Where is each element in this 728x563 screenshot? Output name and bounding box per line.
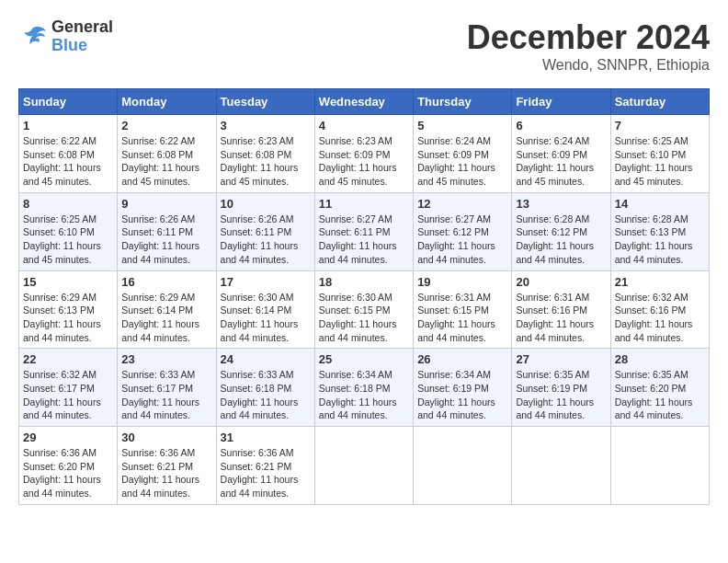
- day-info: Sunrise: 6:36 AMSunset: 6:21 PMDaylight:…: [121, 446, 211, 500]
- day-number: 8: [23, 197, 113, 211]
- day-info: Sunrise: 6:33 AMSunset: 6:18 PMDaylight:…: [221, 368, 311, 422]
- day-info: Sunrise: 6:31 AMSunset: 6:15 PMDaylight:…: [417, 291, 507, 345]
- page-header: General Blue December 2024 Wendo, SNNPR,…: [18, 18, 710, 74]
- day-info: Sunrise: 6:28 AMSunset: 6:13 PMDaylight:…: [615, 213, 705, 267]
- day-info: Sunrise: 6:27 AMSunset: 6:12 PMDaylight:…: [417, 213, 507, 267]
- day-info: Sunrise: 6:34 AMSunset: 6:18 PMDaylight:…: [319, 368, 409, 422]
- day-number: 26: [417, 352, 507, 366]
- calendar-header-row: SundayMondayTuesdayWednesdayThursdayFrid…: [19, 89, 710, 115]
- calendar-cell: 30Sunrise: 6:36 AMSunset: 6:21 PMDayligh…: [118, 427, 216, 505]
- day-info: Sunrise: 6:28 AMSunset: 6:12 PMDaylight:…: [516, 213, 606, 267]
- calendar-cell: 7Sunrise: 6:25 AMSunset: 6:10 PMDaylight…: [610, 115, 709, 193]
- calendar-cell: 10Sunrise: 6:26 AMSunset: 6:11 PMDayligh…: [216, 192, 314, 270]
- calendar-cell: 17Sunrise: 6:30 AMSunset: 6:14 PMDayligh…: [216, 270, 314, 349]
- calendar-cell: 31Sunrise: 6:36 AMSunset: 6:21 PMDayligh…: [216, 427, 314, 505]
- header-thursday: Thursday: [414, 89, 512, 115]
- day-info: Sunrise: 6:24 AMSunset: 6:09 PMDaylight:…: [516, 134, 606, 189]
- month-title: December 2024: [467, 18, 710, 57]
- day-number: 10: [221, 197, 311, 211]
- day-number: 17: [221, 275, 311, 289]
- day-info: Sunrise: 6:36 AMSunset: 6:20 PMDaylight:…: [23, 446, 113, 500]
- calendar-cell: 11Sunrise: 6:27 AMSunset: 6:11 PMDayligh…: [314, 192, 413, 270]
- header-wednesday: Wednesday: [314, 89, 413, 115]
- day-number: 12: [417, 197, 507, 211]
- day-number: 6: [516, 119, 606, 132]
- calendar-cell: 12Sunrise: 6:27 AMSunset: 6:12 PMDayligh…: [414, 192, 512, 270]
- day-number: 31: [221, 431, 311, 444]
- day-number: 9: [121, 197, 211, 211]
- calendar-cell: 26Sunrise: 6:34 AMSunset: 6:19 PMDayligh…: [414, 349, 512, 427]
- day-info: Sunrise: 6:23 AMSunset: 6:08 PMDaylight:…: [221, 134, 311, 189]
- day-number: 14: [615, 197, 705, 211]
- calendar-cell: 22Sunrise: 6:32 AMSunset: 6:17 PMDayligh…: [19, 349, 118, 427]
- day-info: Sunrise: 6:25 AMSunset: 6:10 PMDaylight:…: [615, 134, 705, 189]
- day-number: 21: [615, 275, 705, 289]
- day-number: 3: [221, 119, 311, 132]
- calendar-cell: [610, 427, 709, 505]
- day-info: Sunrise: 6:34 AMSunset: 6:19 PMDaylight:…: [417, 368, 507, 422]
- day-number: 28: [615, 352, 705, 366]
- calendar-cell: 24Sunrise: 6:33 AMSunset: 6:18 PMDayligh…: [216, 349, 314, 427]
- day-info: Sunrise: 6:26 AMSunset: 6:11 PMDaylight:…: [121, 213, 211, 267]
- day-number: 24: [221, 352, 311, 366]
- day-number: 5: [417, 119, 507, 132]
- day-number: 19: [417, 275, 507, 289]
- day-number: 4: [319, 119, 409, 132]
- header-friday: Friday: [512, 89, 610, 115]
- header-tuesday: Tuesday: [216, 89, 314, 115]
- logo-bird-icon: [18, 24, 48, 50]
- calendar-week-row: 22Sunrise: 6:32 AMSunset: 6:17 PMDayligh…: [19, 349, 710, 427]
- day-number: 29: [23, 431, 113, 444]
- calendar-cell: [512, 427, 610, 505]
- calendar-cell: 15Sunrise: 6:29 AMSunset: 6:13 PMDayligh…: [19, 270, 118, 349]
- day-info: Sunrise: 6:23 AMSunset: 6:09 PMDaylight:…: [319, 134, 409, 189]
- day-number: 27: [516, 352, 606, 366]
- day-number: 20: [516, 275, 606, 289]
- day-info: Sunrise: 6:22 AMSunset: 6:08 PMDaylight:…: [23, 134, 113, 189]
- calendar-cell: 4Sunrise: 6:23 AMSunset: 6:09 PMDaylight…: [314, 115, 413, 193]
- day-info: Sunrise: 6:30 AMSunset: 6:14 PMDaylight:…: [221, 291, 311, 345]
- location: Wendo, SNNPR, Ethiopia: [467, 57, 710, 74]
- calendar-cell: 3Sunrise: 6:23 AMSunset: 6:08 PMDaylight…: [216, 115, 314, 193]
- day-number: 2: [121, 119, 211, 132]
- day-number: 30: [121, 431, 211, 444]
- day-info: Sunrise: 6:32 AMSunset: 6:17 PMDaylight:…: [23, 368, 113, 422]
- day-info: Sunrise: 6:24 AMSunset: 6:09 PMDaylight:…: [417, 134, 507, 189]
- calendar-cell: 25Sunrise: 6:34 AMSunset: 6:18 PMDayligh…: [314, 349, 413, 427]
- calendar-cell: [314, 427, 413, 505]
- calendar-cell: 23Sunrise: 6:33 AMSunset: 6:17 PMDayligh…: [118, 349, 216, 427]
- day-number: 16: [121, 275, 211, 289]
- day-number: 7: [615, 119, 705, 132]
- calendar-cell: 16Sunrise: 6:29 AMSunset: 6:14 PMDayligh…: [118, 270, 216, 349]
- calendar-table: SundayMondayTuesdayWednesdayThursdayFrid…: [18, 88, 710, 505]
- calendar-cell: 27Sunrise: 6:35 AMSunset: 6:19 PMDayligh…: [512, 349, 610, 427]
- day-number: 22: [23, 352, 113, 366]
- day-info: Sunrise: 6:22 AMSunset: 6:08 PMDaylight:…: [121, 134, 211, 189]
- calendar-week-row: 15Sunrise: 6:29 AMSunset: 6:13 PMDayligh…: [19, 270, 710, 349]
- header-monday: Monday: [118, 89, 216, 115]
- logo-text: General Blue: [51, 18, 113, 55]
- day-info: Sunrise: 6:36 AMSunset: 6:21 PMDaylight:…: [221, 446, 311, 500]
- calendar-cell: [414, 427, 512, 505]
- day-info: Sunrise: 6:29 AMSunset: 6:14 PMDaylight:…: [121, 291, 211, 345]
- day-info: Sunrise: 6:35 AMSunset: 6:19 PMDaylight:…: [516, 368, 606, 422]
- calendar-week-row: 29Sunrise: 6:36 AMSunset: 6:20 PMDayligh…: [19, 427, 710, 505]
- day-info: Sunrise: 6:30 AMSunset: 6:15 PMDaylight:…: [319, 291, 409, 345]
- calendar-cell: 6Sunrise: 6:24 AMSunset: 6:09 PMDaylight…: [512, 115, 610, 193]
- calendar-cell: 9Sunrise: 6:26 AMSunset: 6:11 PMDaylight…: [118, 192, 216, 270]
- calendar-cell: 18Sunrise: 6:30 AMSunset: 6:15 PMDayligh…: [314, 270, 413, 349]
- day-number: 1: [23, 119, 113, 132]
- calendar-cell: 5Sunrise: 6:24 AMSunset: 6:09 PMDaylight…: [414, 115, 512, 193]
- calendar-cell: 19Sunrise: 6:31 AMSunset: 6:15 PMDayligh…: [414, 270, 512, 349]
- day-number: 15: [23, 275, 113, 289]
- day-number: 23: [121, 352, 211, 366]
- day-number: 11: [319, 197, 409, 211]
- calendar-cell: 29Sunrise: 6:36 AMSunset: 6:20 PMDayligh…: [19, 427, 118, 505]
- calendar-cell: 8Sunrise: 6:25 AMSunset: 6:10 PMDaylight…: [19, 192, 118, 270]
- day-info: Sunrise: 6:35 AMSunset: 6:20 PMDaylight:…: [615, 368, 705, 422]
- calendar-cell: 20Sunrise: 6:31 AMSunset: 6:16 PMDayligh…: [512, 270, 610, 349]
- header-sunday: Sunday: [19, 89, 118, 115]
- day-number: 13: [516, 197, 606, 211]
- day-info: Sunrise: 6:32 AMSunset: 6:16 PMDaylight:…: [615, 291, 705, 345]
- calendar-cell: 2Sunrise: 6:22 AMSunset: 6:08 PMDaylight…: [118, 115, 216, 193]
